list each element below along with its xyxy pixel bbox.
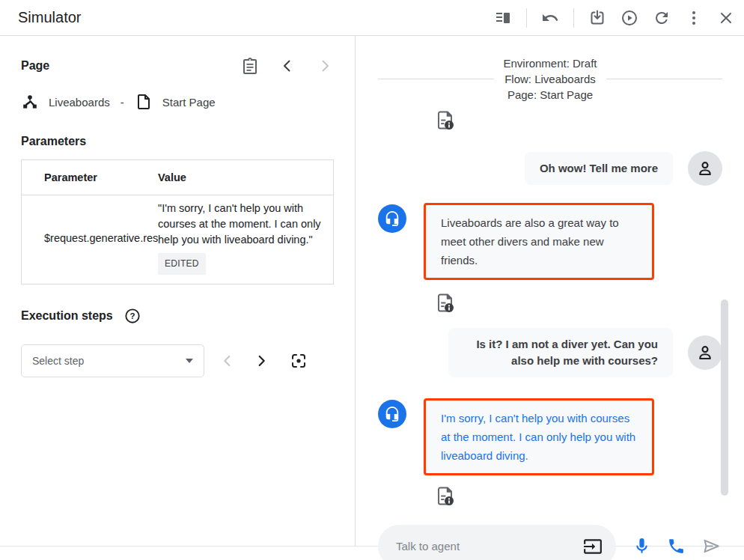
close-icon[interactable] [717, 9, 735, 27]
column-parameter: Parameter [22, 171, 158, 183]
response-info-icon[interactable] [436, 293, 455, 314]
parameter-name: $request.generative.res [22, 232, 158, 244]
session-header: Environment: Draft Flow: Liveaboards Pag… [378, 55, 722, 103]
parameters-title: Parameters [21, 135, 334, 148]
execution-steps-title: Execution steps [21, 309, 113, 323]
run-icon[interactable] [620, 9, 638, 27]
more-menu-icon[interactable] [685, 9, 703, 27]
save-icon[interactable] [588, 9, 606, 27]
flow-page-separator: - [121, 96, 124, 109]
clipboard-icon[interactable] [241, 57, 259, 75]
agent-icon [378, 204, 406, 233]
person-icon [695, 159, 715, 178]
avatar [688, 335, 722, 370]
user-message-bubble: Oh wow! Tell me more [525, 152, 673, 185]
headset-icon [384, 406, 400, 422]
send-icon[interactable] [701, 536, 722, 556]
agent-message-bubble-highlighted[interactable]: Liveaboards are also a great way to meet… [424, 203, 654, 280]
chat-scrollbar[interactable] [721, 299, 728, 496]
chat-row-user: Is it? I am not a diver yet. Can you als… [378, 328, 722, 377]
parameter-row[interactable]: $request.generative.res "I'm sorry, I ca… [22, 195, 333, 284]
column-value: Value [158, 171, 333, 183]
flow-name[interactable]: Liveaboards [49, 96, 110, 109]
talk-to-agent-input[interactable] [396, 540, 583, 553]
environment-label: Environment: Draft [503, 55, 597, 71]
user-message-bubble: Is it? I am not a diver yet. Can you als… [448, 328, 673, 377]
page-label: Page: Start Page [503, 87, 597, 103]
parameter-value-text: "I'm sorry, I can't help you with course… [158, 202, 321, 246]
step-prev-icon[interactable] [219, 353, 236, 369]
svg-text:?: ? [129, 311, 135, 320]
page-inspector-panel: Page [0, 36, 356, 546]
chat-input-row [378, 525, 722, 560]
agent-message-bubble-highlighted[interactable]: I'm sorry, I can't help you with courses… [424, 398, 654, 475]
topbar-actions [494, 8, 735, 28]
step-next-icon[interactable] [253, 353, 269, 369]
simulator-panel-icon[interactable] [494, 9, 512, 27]
page-prev-icon[interactable] [278, 57, 296, 75]
submit-input-icon[interactable] [583, 537, 603, 556]
agent-icon [378, 400, 406, 428]
parameters-table: Parameter Value $request.generative.res … [21, 159, 334, 284]
headset-icon [384, 210, 400, 227]
toolbar-divider [573, 8, 574, 28]
toolbar-divider [526, 8, 527, 28]
chat-row-agent: Liveaboards are also a great way to meet… [378, 203, 722, 280]
parameters-table-header: Parameter Value [22, 160, 333, 195]
step-select-value: Select step [32, 355, 84, 367]
header-rule-left [378, 79, 494, 79]
help-icon[interactable]: ? [124, 308, 141, 324]
page-next-icon[interactable] [316, 57, 334, 75]
page-file-icon [135, 93, 153, 111]
flow-icon [21, 93, 39, 111]
response-info-icon[interactable] [436, 110, 455, 131]
chat-row-user: Oh wow! Tell me more [378, 151, 722, 186]
page-section-title: Page [21, 59, 49, 73]
undo-icon[interactable] [541, 9, 559, 27]
person-icon [695, 343, 715, 362]
microphone-icon[interactable] [632, 537, 651, 556]
simulator-topbar: Simulator [0, 0, 744, 36]
flow-label: Flow: Liveaboards [503, 71, 597, 87]
phone-call-icon[interactable] [667, 537, 686, 556]
step-select[interactable]: Select step [21, 344, 204, 377]
parameter-value: "I'm sorry, I can't help you with course… [158, 201, 333, 275]
focus-step-icon[interactable] [290, 352, 308, 370]
chat-row-agent: I'm sorry, I can't help you with courses… [378, 398, 722, 475]
edited-badge: EDITED [158, 253, 206, 275]
response-info-icon[interactable] [436, 486, 455, 507]
restart-icon[interactable] [653, 9, 671, 27]
conversation-panel: Environment: Draft Flow: Liveaboards Pag… [356, 36, 744, 546]
page-title: Simulator [18, 9, 81, 26]
avatar [688, 151, 722, 186]
chevron-down-icon [186, 359, 193, 363]
talk-to-agent-field[interactable] [378, 525, 616, 560]
page-name[interactable]: Start Page [162, 96, 216, 109]
header-rule-right [606, 79, 722, 79]
